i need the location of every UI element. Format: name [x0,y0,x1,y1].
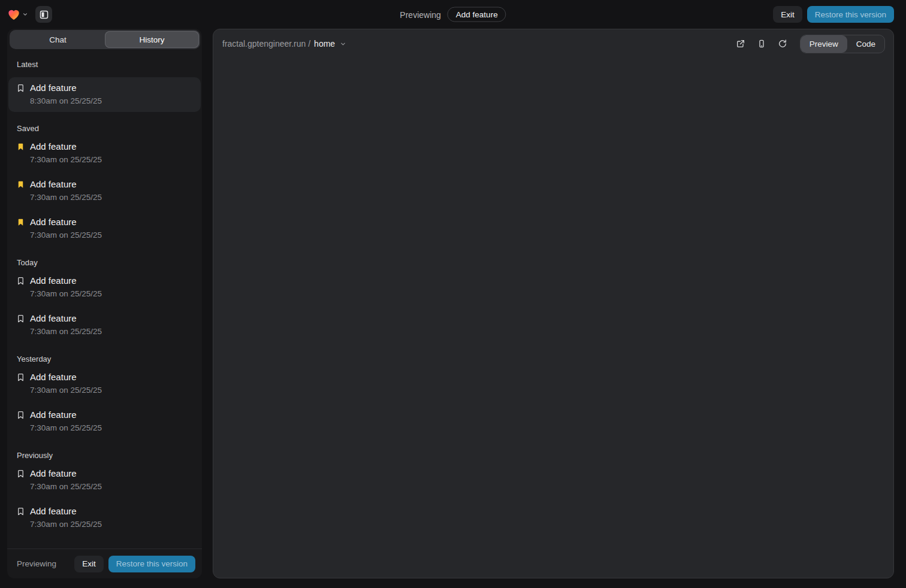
history-item-title: Add feature [30,216,194,228]
refresh-icon [778,39,787,49]
tab-preview[interactable]: Preview [801,35,847,53]
bookmark-outline-icon [16,314,25,323]
bookmark-outline-icon [16,469,25,478]
external-link-icon [736,39,745,49]
footer-exit-button[interactable]: Exit [74,556,104,572]
mobile-icon [757,39,766,49]
history-item[interactable]: Add feature 7:30am on 25/25/25 [8,404,201,439]
preview-code-toggle: Preview Code [800,35,885,53]
tab-history[interactable]: History [105,31,199,48]
history-item-title: Add feature [30,82,194,93]
history-item[interactable]: Add feature 7:30am on 25/25/25 [8,501,201,535]
restore-version-button[interactable]: Restore this version [807,6,894,23]
chevron-down-icon [22,11,28,17]
history-item-title: Add feature [30,141,194,152]
tab-code[interactable]: Code [847,35,884,53]
history-item-title: Add feature [30,505,194,517]
chat-history-tabs: Chat History [10,30,200,49]
history-item-time: 7:30am on 25/25/25 [30,482,194,492]
history-item[interactable]: Add feature 7:30am on 25/25/25 [8,308,201,343]
main-layout: Chat History Latest Add feature 8:30am o… [0,29,906,583]
exit-button[interactable]: Exit [773,6,802,23]
bookmark-outline-icon [16,410,25,420]
history-sidebar: Chat History Latest Add feature 8:30am o… [7,29,202,578]
bookmark-outline-icon [16,507,25,516]
history-item[interactable]: Add feature 7:30am on 25/25/25 [8,366,201,401]
previewing-label: Previewing [400,10,440,19]
history-item-time: 7:30am on 25/25/25 [30,386,194,395]
history-item-time: 7:30am on 25/25/25 [30,289,194,299]
history-item-time: 7:30am on 25/25/25 [30,231,194,240]
top-bar: Previewing Add feature Exit Restore this… [0,0,906,29]
bookmark-filled-icon [16,142,25,151]
history-item-title: Add feature [30,313,194,324]
sidebar-toggle-button[interactable] [35,6,52,23]
history-item[interactable]: Add feature 7:30am on 25/25/25 [8,270,201,305]
history-section-title: Previously [17,451,201,460]
history-item-title: Add feature [30,275,194,286]
history-item-title: Add feature [30,178,194,190]
mobile-view-button[interactable] [753,35,770,52]
history-item[interactable]: Add feature 7:30am on 25/25/25 [8,136,201,171]
footer-previewing-label: Previewing [17,559,56,568]
sidebar-panel-icon [39,10,49,20]
previewing-indicator: Previewing Add feature [400,7,506,22]
history-item-time: 7:30am on 25/25/25 [30,423,194,433]
history-item-time: 7:30am on 25/25/25 [30,155,194,165]
preview-panel: fractal.gptengineer.run / home [213,29,894,578]
history-item-time: 7:30am on 25/25/25 [30,193,194,202]
footer-restore-version-button[interactable]: Restore this version [108,556,195,572]
topbar-actions: Exit Restore this version [773,6,894,23]
preview-header: fractal.gptengineer.run / home [213,29,893,58]
preview-viewport [213,58,893,578]
url-prefix: fractal.gptengineer.run / [222,39,310,49]
bookmark-outline-icon [16,83,25,93]
history-item[interactable]: Add feature 7:30am on 25/25/25 [8,463,201,498]
bookmark-outline-icon [16,276,25,286]
history-item-title: Add feature [30,371,194,383]
url-dropdown[interactable]: fractal.gptengineer.run / home [222,39,346,49]
open-external-button[interactable] [732,35,749,52]
history-section-title: Today [17,258,201,267]
history-item-title: Add feature [30,409,194,420]
bookmark-filled-icon [16,217,25,227]
history-item-time: 8:30am on 25/25/25 [30,96,194,106]
bookmark-filled-icon [16,180,25,189]
refresh-button[interactable] [774,35,791,52]
history-section-title: Saved [17,124,201,133]
history-section-title: Yesterday [17,354,201,363]
history-item[interactable]: Add feature 7:30am on 25/25/25 [8,174,201,208]
bookmark-outline-icon [16,372,25,382]
url-page: home [314,39,335,49]
history-item[interactable]: Add feature 7:30am on 25/25/25 [8,211,201,246]
history-item-time: 7:30am on 25/25/25 [30,327,194,337]
history-section-title: Latest [17,60,201,69]
history-list: Latest Add feature 8:30am on 25/25/25 Sa… [7,49,202,548]
tab-chat[interactable]: Chat [11,31,105,48]
chevron-down-icon [340,41,346,47]
preview-header-icons: Preview Code [732,35,885,53]
lovable-heart-icon [7,8,20,20]
history-item-time: 7:30am on 25/25/25 [30,520,194,529]
history-item-title: Add feature [30,468,194,479]
version-badge[interactable]: Add feature [448,7,506,22]
sidebar-footer: Previewing Exit Restore this version [7,548,202,578]
history-item[interactable]: Add feature 8:30am on 25/25/25 [8,77,201,112]
app-logo-menu[interactable] [7,8,28,20]
